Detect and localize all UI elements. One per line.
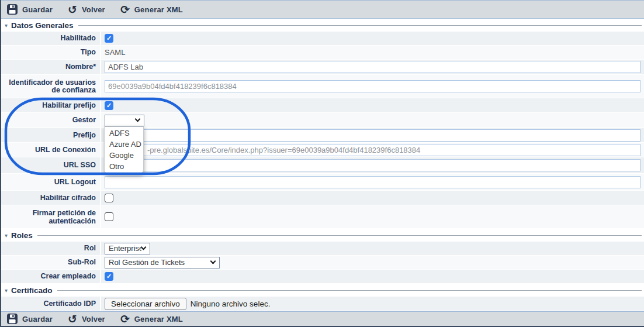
section-divider <box>37 235 642 236</box>
row-habilitar-prefijo: Habilitar prefijo ✓ <box>1 98 644 113</box>
field-label: Firmar petición de autenticación <box>1 205 101 228</box>
crear-empleado-checkbox[interactable]: ✓ <box>105 272 113 281</box>
section-title: Certificado <box>11 286 53 295</box>
back-button[interactable]: ↺ Volver <box>68 314 105 325</box>
generate-xml-button[interactable]: ⟳ Generar XML <box>120 4 183 15</box>
row-sub-rol: Sub-Rol Rol Gestión de Tickets <box>1 256 644 270</box>
file-select-button[interactable]: Seleccionar archivo <box>105 298 186 310</box>
save-icon <box>7 314 18 324</box>
save-button-label: Guardar <box>22 315 53 323</box>
url-logout-input[interactable] <box>105 176 640 188</box>
field-label: Gestor <box>1 113 101 128</box>
row-nombre: Nombre* <box>1 60 644 75</box>
dropdown-option-google[interactable]: Google <box>105 150 143 161</box>
back-button[interactable]: ↺ Volver <box>68 4 105 15</box>
bottom-toolbar: Guardar ↺ Volver ⟳ Generar XML <box>1 311 644 326</box>
saml-config-page: Guardar ↺ Volver ⟳ Generar XML ▾ Datos G… <box>0 0 644 327</box>
field-label: URL Logout <box>1 174 101 190</box>
field-label: Habilitar cifrado <box>1 191 101 205</box>
row-url-logout: URL Logout <box>1 174 644 191</box>
back-icon: ↺ <box>68 314 77 325</box>
section-divider <box>57 290 642 291</box>
collapse-triangle-icon[interactable]: ▾ <box>5 232 8 239</box>
save-button[interactable]: Guardar <box>7 4 53 15</box>
file-status-text: Ninguno archivo selec. <box>191 300 271 308</box>
prefijo-input[interactable] <box>105 129 640 142</box>
row-habilitar-cifrado: Habilitar cifrado <box>1 191 644 205</box>
url-sso-input[interactable] <box>105 159 640 171</box>
url-conexion-input[interactable] <box>105 144 640 156</box>
generate-xml-button[interactable]: ⟳ Generar XML <box>120 314 183 325</box>
row-url-conexion: URL de Conexión <box>1 143 644 157</box>
field-label: Identificador de usuarios de confianza <box>1 75 101 98</box>
identificador-input[interactable] <box>105 80 640 92</box>
top-toolbar: Guardar ↺ Volver ⟳ Generar XML <box>1 0 644 19</box>
gestor-select[interactable] <box>105 115 144 126</box>
row-firmar-peticion: Firmar petición de autenticación <box>1 205 644 229</box>
row-habilitado: Habilitado ✓ <box>1 32 644 46</box>
section-header-certificado: ▾ Certificado <box>1 284 644 297</box>
field-label: Habilitado <box>1 32 101 45</box>
section-header-roles: ▾ Roles <box>1 229 644 242</box>
section-title: Datos Generales <box>11 21 74 30</box>
field-label: Crear empleado <box>1 270 101 283</box>
dropdown-option-otro[interactable]: Otro <box>105 161 143 172</box>
habilitar-cifrado-checkbox[interactable] <box>105 194 113 202</box>
chevron-down-icon <box>210 259 216 264</box>
row-identificador: Identificador de usuarios de confianza <box>1 75 644 98</box>
dropdown-option-azure-ad[interactable]: Azure AD <box>105 139 143 150</box>
habilitar-prefijo-checkbox[interactable]: ✓ <box>105 101 113 110</box>
nombre-input[interactable] <box>105 61 640 73</box>
generate-xml-button-label: Generar XML <box>134 5 183 14</box>
save-button-label: Guardar <box>22 5 53 14</box>
field-label: Habilitar prefijo <box>1 98 101 112</box>
chevron-down-icon <box>135 116 141 122</box>
back-button-label: Volver <box>82 5 105 14</box>
row-crear-empleado: Crear empleado ✓ <box>1 270 644 284</box>
field-label: Prefijo <box>1 128 101 142</box>
chevron-down-icon <box>141 245 147 250</box>
field-label: Tipo <box>1 46 101 59</box>
field-label: Sub-Rol <box>1 256 101 269</box>
row-rol: Rol Enterprise <box>1 242 644 256</box>
row-tipo: Tipo SAML <box>1 46 644 60</box>
refresh-icon: ⟳ <box>120 4 130 15</box>
generate-xml-button-label: Generar XML <box>134 315 183 323</box>
section-header-datos-generales: ▾ Datos Generales <box>1 19 644 32</box>
gestor-dropdown-popup: ADFS Azure AD Google Otro <box>104 126 144 174</box>
section-divider <box>78 25 642 26</box>
row-certificado-idp: Certificado IDP Seleccionar archivo Ning… <box>1 297 644 311</box>
back-button-label: Volver <box>82 315 105 323</box>
rol-selected-value: Enterprise <box>109 244 141 253</box>
section-title: Roles <box>11 231 33 240</box>
field-label: Nombre* <box>1 60 101 74</box>
field-label: URL de Conexión <box>1 143 101 157</box>
save-button[interactable]: Guardar <box>7 314 53 324</box>
collapse-triangle-icon[interactable]: ▾ <box>5 22 8 29</box>
field-label: Rol <box>1 242 101 255</box>
dropdown-option-adfs[interactable]: ADFS <box>105 128 143 139</box>
row-prefijo: Prefijo <box>1 128 644 143</box>
sub-rol-selected-value: Rol Gestión de Tickets <box>109 258 185 267</box>
rol-select[interactable]: Enterprise <box>105 243 150 254</box>
firmar-peticion-checkbox[interactable] <box>105 212 113 221</box>
refresh-icon: ⟳ <box>120 314 130 325</box>
field-label: Certificado IDP <box>1 297 101 311</box>
tipo-value: SAML <box>105 48 125 57</box>
save-icon <box>7 4 18 15</box>
collapse-triangle-icon[interactable]: ▾ <box>5 287 8 294</box>
back-icon: ↺ <box>68 4 77 15</box>
row-gestor: Gestor <box>1 113 644 128</box>
habilitado-checkbox[interactable]: ✓ <box>105 34 113 43</box>
field-label: URL SSO <box>1 157 101 173</box>
sub-rol-select[interactable]: Rol Gestión de Tickets <box>105 257 220 269</box>
row-url-sso: URL SSO <box>1 157 644 174</box>
